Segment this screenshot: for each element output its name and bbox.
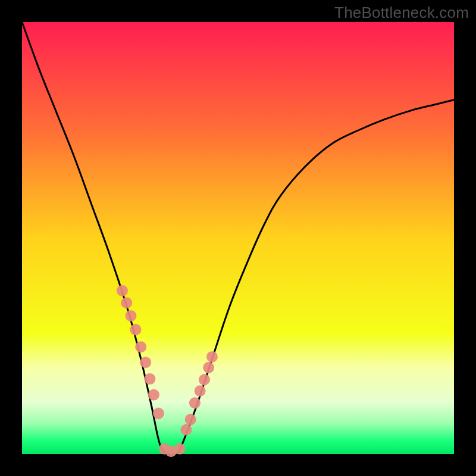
watermark-text: TheBottleneck.com xyxy=(334,4,469,22)
bead-marker xyxy=(180,424,192,436)
bead-marker xyxy=(144,373,155,384)
bead-marker xyxy=(206,351,218,362)
bead-marker xyxy=(121,297,132,308)
bottleneck-chart xyxy=(0,0,476,476)
bead-marker xyxy=(140,357,151,368)
bead-marker xyxy=(153,408,164,419)
bead-marker xyxy=(203,362,214,373)
bead-marker xyxy=(125,310,136,321)
bead-marker xyxy=(148,389,159,400)
bead-marker xyxy=(135,341,146,352)
bead-marker xyxy=(189,397,201,409)
bead-marker xyxy=(130,324,141,335)
chart-frame: TheBottleneck.com xyxy=(0,0,476,476)
bead-marker xyxy=(117,285,128,296)
bead-marker xyxy=(199,374,210,386)
bead-marker xyxy=(185,414,196,425)
bead-marker xyxy=(174,443,185,455)
bead-marker xyxy=(195,386,206,397)
plot-background xyxy=(22,22,454,454)
